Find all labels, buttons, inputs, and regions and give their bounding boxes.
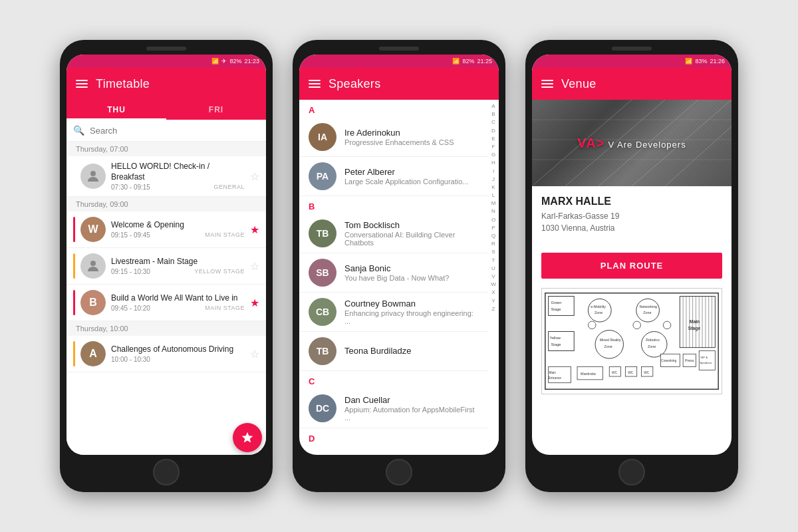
alpha-b[interactable]: B (491, 110, 495, 118)
hamburger-menu-icon[interactable] (309, 80, 321, 88)
alpha-y[interactable]: Y (491, 297, 495, 305)
alpha-h[interactable]: H (491, 159, 495, 166)
search-input[interactable] (90, 126, 259, 136)
venue-address-line1: Karl-Farkas-Gasse 19 (541, 210, 722, 222)
timetable-item[interactable]: B Build a World We All Want to Live in 0… (66, 285, 266, 321)
phone-home-button[interactable] (153, 459, 180, 485)
item-time: 09:15 - 09:45 (111, 231, 150, 239)
avatar (80, 253, 106, 279)
speaker-avatar: A (80, 341, 106, 366)
alpha-x[interactable]: X (491, 289, 495, 296)
alpha-g[interactable]: G (491, 151, 495, 158)
alpha-j[interactable]: J (492, 176, 495, 183)
star-icon[interactable]: ★ (250, 297, 259, 309)
search-bar: 🔍 (66, 120, 266, 142)
hamburger-menu-icon[interactable] (76, 80, 88, 88)
svg-line-4 (598, 100, 698, 186)
alpha-o[interactable]: O (491, 216, 495, 223)
alpha-p[interactable]: P (491, 224, 495, 231)
alpha-q[interactable]: Q (491, 232, 495, 239)
plan-route-button[interactable]: PLAN ROUTE (541, 253, 722, 279)
svg-text:Wardrobe: Wardrobe (581, 372, 596, 376)
alpha-r[interactable]: R (491, 240, 495, 247)
alpha-c[interactable]: C (491, 118, 495, 126)
speaker-info: Sanja Bonic You have Big Data - Now What… (344, 263, 449, 282)
venue-content: VA> V Are Developers MA (532, 100, 732, 455)
speaker-item[interactable]: TB Tom Bocklisch Conversational AI: Buil… (299, 214, 488, 253)
svg-text:Entrance: Entrance (549, 376, 562, 380)
speaker-name: Teona Burdiladze (344, 346, 411, 356)
star-icon[interactable]: ☆ (250, 170, 259, 183)
alpha-k[interactable]: K (491, 184, 495, 191)
speaker-name: Dan Cuellar (344, 395, 479, 405)
accent-bar (73, 164, 75, 189)
alpha-s[interactable]: S (491, 248, 495, 255)
alpha-e[interactable]: E (491, 135, 495, 142)
star-icon[interactable]: ☆ (250, 348, 259, 360)
alpha-v[interactable]: V (491, 273, 495, 280)
wifi-icon: 📶 (685, 58, 692, 65)
alpha-l[interactable]: L (492, 192, 495, 199)
alpha-z[interactable]: Z (492, 305, 495, 313)
svg-text:Press: Press (685, 358, 694, 362)
speaker-item[interactable]: PA Peter Alberer Large Scale Application… (299, 157, 488, 196)
item-title: HELLO WORLD! Check-in / Breakfast (111, 162, 245, 182)
alpha-index-sidebar: A B C D E F G H I J K L M N O P Q R S T (488, 100, 499, 455)
phone-home-button[interactable] (386, 459, 412, 485)
timetable-app-bar: Timetable (66, 68, 266, 100)
alpha-w[interactable]: W (491, 281, 496, 288)
timetable-item[interactable]: Livestream - Main Stage 09:15 - 10:30 YE… (66, 248, 266, 285)
speaker-talk: Large Scale Application Configuratio... (344, 178, 469, 186)
alpha-n[interactable]: N (491, 207, 495, 215)
svg-rect-27 (549, 332, 575, 351)
section-header-0900: Thursday, 09:00 (66, 197, 266, 211)
tab-thu[interactable]: THU (66, 100, 166, 120)
star-icon[interactable]: ★ (250, 223, 259, 236)
item-info: HELLO WORLD! Check-in / Breakfast 07:30 … (111, 162, 245, 191)
alpha-a[interactable]: A (491, 102, 495, 110)
star-icon[interactable]: ☆ (250, 260, 259, 273)
battery-pct: 82% (229, 58, 241, 65)
alpha-d[interactable]: D (491, 127, 495, 134)
timetable-item[interactable]: HELLO WORLD! Check-in / Breakfast 07:30 … (66, 156, 266, 197)
timetable-item[interactable]: W Welcome & Opening 09:15 - 09:45 MAIN S… (66, 211, 266, 248)
hamburger-menu-icon[interactable] (541, 80, 553, 88)
speakers-app-bar: Speakers (299, 68, 499, 100)
alpha-f[interactable]: F (492, 143, 495, 150)
item-meta: 09:15 - 10:30 YELLOW STAGE (111, 268, 245, 275)
phone-home-button[interactable] (618, 459, 645, 485)
alpha-header-d: D (299, 428, 488, 446)
alpha-header-a: A (299, 100, 488, 118)
avatar (80, 164, 106, 189)
speaker-avatar: DC (309, 394, 336, 422)
svg-point-60 (588, 321, 596, 329)
svg-text:Zone: Zone (595, 311, 602, 315)
section-header-1000: Thursday, 10:00 (66, 321, 266, 336)
alpha-u[interactable]: U (491, 265, 495, 272)
svg-line-6 (665, 126, 732, 186)
tab-fri[interactable]: FRI (166, 100, 266, 120)
speaker-item[interactable]: TB Teona Burdiladze (299, 332, 488, 371)
alpha-m[interactable]: M (491, 200, 496, 207)
wifi-icon: 📶 (211, 58, 219, 65)
alpha-t[interactable]: T (492, 257, 495, 264)
svg-text:VIP &: VIP & (700, 356, 708, 359)
fab-starred-button[interactable] (233, 423, 262, 452)
svg-text:WC: WC (644, 371, 650, 374)
timetable-item[interactable]: A Challenges of Autonomous Driving 10:00… (66, 336, 266, 372)
signal-icon: ✈ (221, 58, 227, 65)
phone-screen: 📶 ✈ 82% 21:23 Timetable THU FRI 🔍 Thursd… (66, 55, 266, 455)
battery-pct: 82% (462, 58, 474, 65)
svg-text:Coworking: Coworking (661, 359, 676, 362)
svg-point-62 (663, 321, 671, 329)
alpha-header-c: C (299, 371, 488, 389)
item-info: Build a World We All Want to Live in 09:… (111, 293, 245, 313)
speaker-item[interactable]: CB Courtney Bowman Enhancing privacy thr… (299, 293, 488, 332)
speaker-item[interactable]: SB Sanja Bonic You have Big Data - Now W… (299, 253, 488, 293)
speaker-item[interactable]: DC Dan Cuellar Appium: Automation for Ap… (299, 389, 488, 428)
alpha-i[interactable]: I (493, 168, 494, 175)
speaker-item[interactable]: IA Ire Aderinokun Progressive Enhacement… (299, 118, 488, 157)
svg-point-61 (633, 321, 641, 329)
venue-map-svg: Main Stage Green Stage (542, 289, 722, 394)
svg-text:Stage: Stage (551, 307, 561, 311)
